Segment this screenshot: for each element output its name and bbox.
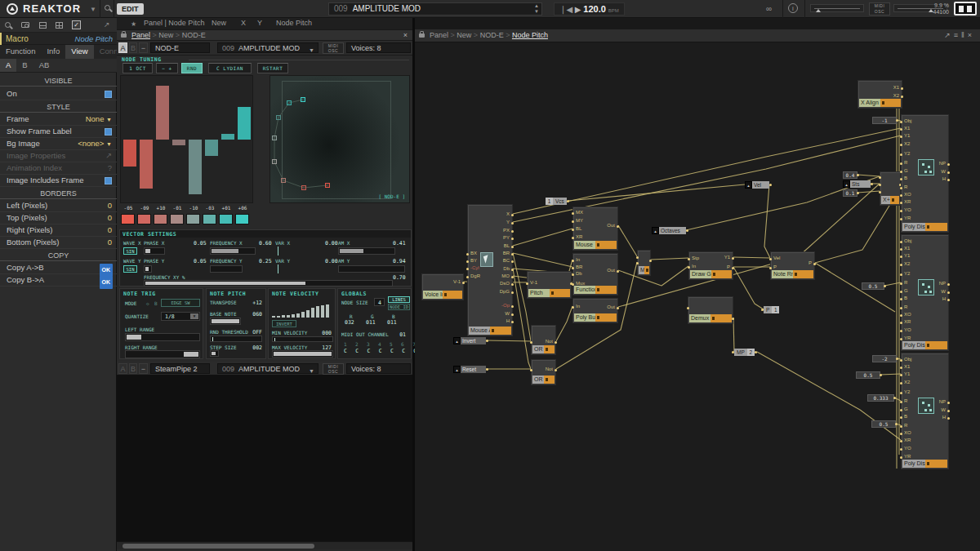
velocity-histogram[interactable] [272, 298, 334, 318]
history-item-0[interactable]: Panel | Node Pitch [144, 18, 204, 29]
out-port[interactable] [617, 270, 619, 273]
node-size-field[interactable]: 4 [374, 298, 385, 306]
module-note-icon[interactable] [550, 289, 571, 297]
bpm-value[interactable]: 120.0 [583, 4, 606, 14]
out-port[interactable] [511, 276, 514, 278]
out-port[interactable] [617, 307, 619, 309]
in-port[interactable] [900, 314, 902, 317]
restart-button[interactable]: RSTART [257, 63, 288, 73]
in-port[interactable] [900, 448, 902, 451]
phase-x-slider[interactable] [144, 247, 165, 255]
info-icon[interactable]: i [788, 3, 798, 13]
out-port[interactable] [511, 246, 514, 248]
play-icon[interactable]: ▶ [575, 5, 583, 14]
snapshot-icon[interactable] [21, 22, 29, 28]
in-port[interactable] [900, 210, 902, 212]
snapshot-a-button[interactable]: A [118, 42, 127, 53]
on-checkbox[interactable] [105, 91, 112, 98]
in-port[interactable] [900, 330, 902, 332]
crumb-new[interactable]: New [457, 31, 471, 39]
snapshot-selector[interactable]: 009AMPLITUDE MOD▼ [217, 363, 318, 374]
in-port[interactable] [572, 260, 574, 262]
tab-view[interactable]: View [65, 45, 93, 59]
module-vel[interactable]: ▴Vel [745, 181, 769, 189]
in-port[interactable] [900, 392, 902, 394]
out-port[interactable] [880, 374, 882, 376]
module-note-icon[interactable] [925, 223, 948, 231]
node-swatch-8[interactable] [235, 214, 249, 224]
in-port[interactable] [572, 283, 574, 286]
module-p[interactable]: P1 [764, 306, 779, 313]
const-0.5[interactable]: 0.5 [862, 282, 884, 290]
out-port[interactable] [895, 423, 898, 425]
in-port[interactable] [688, 266, 690, 269]
module-demux[interactable]: Demux [688, 296, 733, 324]
out-port[interactable] [813, 263, 816, 265]
tab-a[interactable]: A [0, 59, 16, 72]
tab-ab[interactable]: AB [33, 59, 56, 72]
out-port[interactable] [686, 229, 688, 232]
invert-button[interactable]: INVERT [272, 320, 296, 327]
node-tuning-bars[interactable] [120, 75, 253, 203]
out-port[interactable] [857, 192, 859, 194]
crumb-nod-e[interactable]: NOD-E [182, 31, 206, 39]
out-port[interactable] [511, 283, 514, 286]
module-poly-buffer[interactable]: Poly BufferInOut [572, 298, 618, 323]
crumb-panel[interactable]: Panel [131, 31, 150, 39]
var-y-value[interactable]: 0.00 [325, 258, 338, 264]
const-value[interactable]: 1 [772, 306, 779, 313]
midi-osc-badge[interactable]: MIDIOSC [323, 363, 344, 375]
favorite-icon[interactable]: ★ [131, 19, 136, 29]
in-port[interactable] [572, 237, 574, 239]
am-y-slider[interactable] [338, 265, 405, 273]
midi-osc-badge[interactable]: MIDIOSC [323, 42, 344, 54]
xy-node-4[interactable] [272, 136, 277, 140]
detach-icon[interactable]: ↗ [944, 31, 954, 39]
crumb-nod-e[interactable]: NOD-E [480, 31, 504, 39]
const-0.4[interactable]: 0.4 [843, 171, 858, 179]
crumb-node-pitch[interactable]: Node Pitch [512, 31, 548, 39]
tuning-bar-3[interactable] [156, 86, 169, 140]
in-port[interactable] [732, 351, 734, 353]
panel-toggle-button[interactable] [954, 2, 977, 16]
phase-x-value[interactable]: 0.05 [194, 240, 207, 247]
lock-icon[interactable] [121, 33, 127, 38]
module-note-icon[interactable] [595, 286, 617, 294]
lock-icon[interactable] [419, 33, 425, 38]
tuning-bar-1[interactable] [123, 140, 136, 167]
module-poly-display-2[interactable]: Poly DisplayObjX1Y1X2Y2RGBRXOXRYOYRNPWH [901, 234, 949, 351]
frequency-x-slider[interactable] [210, 247, 256, 255]
wave-x-sin-button[interactable]: SIN [123, 247, 137, 255]
out-port[interactable] [732, 267, 734, 269]
in-port[interactable] [900, 248, 902, 251]
xy-node-2[interactable] [287, 100, 292, 105]
tab-info[interactable]: Info [41, 45, 65, 59]
in-port[interactable] [900, 440, 902, 442]
in-port[interactable] [466, 260, 469, 263]
snapshot-b-button[interactable]: B [129, 363, 137, 374]
tab-b[interactable]: B [16, 59, 33, 72]
scale-button[interactable]: C LYDIAN [208, 63, 252, 73]
ensemble-stepper-icon[interactable]: ▲▼ [534, 3, 539, 15]
in-port[interactable] [688, 258, 690, 260]
snapshot-b-button[interactable]: B [129, 42, 137, 53]
const-value[interactable]: 1 [546, 198, 553, 205]
xy-node-3[interactable] [276, 115, 281, 120]
out-port[interactable] [462, 282, 465, 284]
voices-field[interactable]: Voices: 8 [346, 363, 411, 374]
snapshot-a-button[interactable]: A [118, 363, 127, 374]
minus-plus-button[interactable]: − + [156, 63, 178, 73]
in-port[interactable] [900, 256, 902, 258]
in-port[interactable] [572, 220, 574, 223]
in-port[interactable] [879, 176, 881, 179]
module-mp[interactable]: MP2 [734, 349, 755, 356]
module-note-icon[interactable] [490, 327, 511, 335]
step-size-slider[interactable] [210, 350, 219, 357]
node-swatch-2[interactable] [137, 214, 151, 224]
history-item-1[interactable]: New [212, 18, 226, 29]
module-functions[interactable]: FunctionsInBRDbMuxOut [572, 253, 618, 295]
crumb-new[interactable]: New [158, 31, 173, 39]
out-port[interactable] [511, 321, 514, 323]
g-value[interactable]: 011 [366, 319, 376, 326]
module-note-icon[interactable] [890, 196, 899, 204]
